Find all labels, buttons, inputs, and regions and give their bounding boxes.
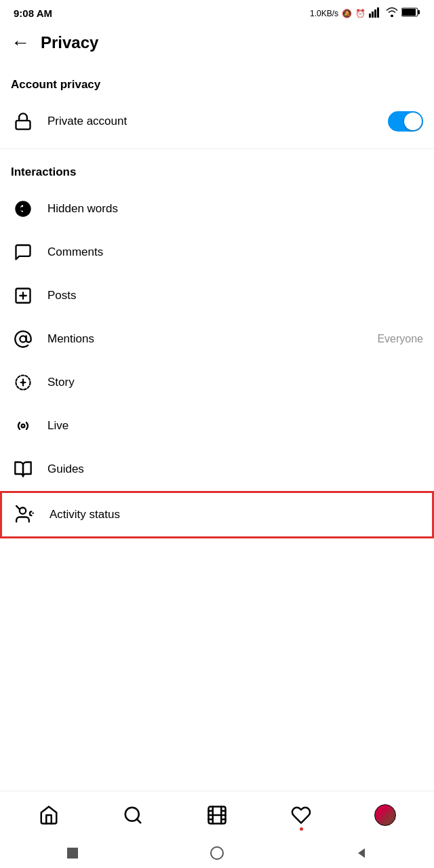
svg-point-21 [20, 508, 26, 514]
live-icon [11, 414, 35, 438]
nav-reels[interactable] [197, 798, 237, 832]
comments-label: Comments [47, 245, 423, 259]
svg-line-22 [16, 506, 20, 509]
svg-point-20 [22, 425, 25, 428]
svg-rect-6 [402, 9, 416, 16]
battery [401, 7, 420, 19]
mentions-label: Mentions [47, 332, 377, 346]
network-speed: 1.0KB/s [310, 9, 338, 18]
profile-avatar [374, 804, 396, 826]
mentions-row[interactable]: Mentions Everyone [0, 317, 434, 361]
alarm-icon: ⏰ [355, 9, 366, 18]
guides-row[interactable]: Guides [0, 448, 434, 491]
nav-profile[interactable] [365, 798, 406, 832]
story-icon [11, 370, 35, 395]
bottom-nav [0, 791, 434, 838]
svg-point-35 [211, 847, 223, 859]
sys-square-button[interactable] [64, 845, 81, 861]
svg-marker-36 [358, 848, 365, 858]
svg-line-25 [137, 818, 140, 822]
interactions-label: Interactions [0, 149, 434, 187]
posts-icon [11, 283, 35, 308]
nav-search[interactable] [113, 798, 153, 832]
svg-rect-7 [16, 121, 31, 130]
status-time: 9:08 AM [14, 7, 52, 19]
sys-circle-button[interactable] [209, 845, 225, 861]
live-label: Live [47, 419, 423, 433]
svg-point-13 [20, 336, 26, 342]
account-privacy-label: Account privacy [0, 62, 434, 100]
nav-home[interactable] [28, 798, 69, 832]
svg-rect-0 [369, 14, 371, 18]
sys-back-button[interactable] [353, 845, 370, 861]
svg-point-9 [20, 207, 24, 211]
hidden-words-row[interactable]: Hidden words [0, 187, 434, 231]
activity-status-label: Activity status [50, 508, 421, 521]
interactions-section: Interactions Hidden words Comments [0, 149, 434, 538]
toggle-switch[interactable] [388, 111, 423, 132]
live-row[interactable]: Live [0, 404, 434, 448]
activity-dot [300, 827, 303, 831]
back-button[interactable]: ← [11, 33, 30, 52]
status-bar: 9:08 AM 1.0KB/s 🔕 ⏰ [0, 0, 434, 24]
hidden-words-label: Hidden words [47, 202, 423, 216]
wifi-icon [386, 7, 398, 19]
lock-icon [11, 109, 35, 134]
page-title: Privacy [41, 33, 98, 52]
svg-rect-5 [418, 10, 420, 14]
svg-rect-1 [372, 12, 374, 18]
mute-icon: 🔕 [342, 9, 352, 18]
guides-icon [11, 457, 35, 481]
posts-label: Posts [47, 289, 423, 302]
story-label: Story [47, 376, 423, 389]
private-account-row[interactable]: Private account [0, 100, 434, 143]
private-account-label: Private account [47, 115, 388, 128]
account-privacy-section: Account privacy Private account [0, 62, 434, 149]
status-right: 1.0KB/s 🔕 ⏰ [310, 7, 420, 20]
mentions-value: Everyone [377, 333, 423, 345]
activity-status-row[interactable]: Activity status [0, 491, 434, 538]
signal-bars [369, 7, 382, 20]
system-nav-bar [0, 838, 434, 868]
page-header: ← Privacy [0, 24, 434, 62]
posts-row[interactable]: Posts [0, 274, 434, 317]
comments-row[interactable]: Comments [0, 231, 434, 274]
nav-activity[interactable] [281, 798, 321, 832]
svg-rect-2 [374, 9, 376, 18]
svg-rect-34 [67, 848, 78, 859]
activity-status-icon [13, 502, 37, 527]
hidden-words-icon [11, 197, 35, 221]
comments-icon [11, 240, 35, 264]
private-account-toggle[interactable] [388, 111, 423, 132]
mentions-icon [11, 327, 35, 351]
story-row[interactable]: Story [0, 361, 434, 404]
guides-label: Guides [47, 462, 423, 476]
svg-rect-3 [377, 7, 379, 18]
